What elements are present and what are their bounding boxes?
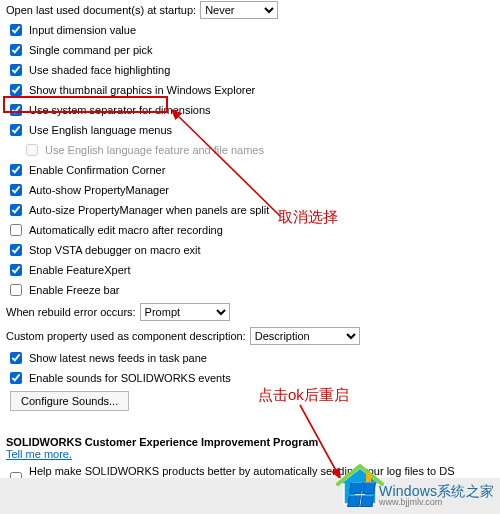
confirm-corner-label: Enable Confirmation Corner [29, 163, 165, 177]
config-sounds-row: Configure Sounds... [0, 388, 500, 412]
single-command-checkbox[interactable] [10, 44, 22, 56]
shaded-face-label: Use shaded face highlighting [29, 63, 170, 77]
auto-macro-checkbox[interactable] [10, 224, 22, 236]
option-shaded-face: Use shaded face highlighting [0, 60, 500, 80]
option-single-command: Single command per pick [0, 40, 500, 60]
stop-vsta-label: Stop VSTA debugger on macro exit [29, 243, 201, 257]
open-last-label: Open last used document(s) at startup: [6, 3, 196, 17]
shaded-face-checkbox[interactable] [10, 64, 22, 76]
rebuild-select[interactable]: Prompt [140, 303, 230, 321]
auto-macro-label: Automatically edit macro after recording [29, 223, 223, 237]
freeze-bar-label: Enable Freeze bar [29, 283, 120, 297]
open-last-row: Open last used document(s) at startup: N… [0, 0, 500, 20]
input-dimension-checkbox[interactable] [10, 24, 22, 36]
custom-prop-label: Custom property used as component descri… [6, 329, 246, 343]
option-input-dimension: Input dimension value [0, 20, 500, 40]
bottom-band [0, 478, 500, 514]
option-auto-pm: Auto-show PropertyManager [0, 180, 500, 200]
option-news: Show latest news feeds in task pane [0, 348, 500, 368]
option-english-files: Use English language feature and file na… [0, 140, 500, 160]
autosize-pm-checkbox[interactable] [10, 204, 22, 216]
input-dimension-label: Input dimension value [29, 23, 136, 37]
option-autosize-pm: Auto-size PropertyManager when panels ar… [0, 200, 500, 220]
confirm-corner-checkbox[interactable] [10, 164, 22, 176]
english-files-checkbox [26, 144, 38, 156]
thumbnail-checkbox[interactable] [10, 84, 22, 96]
svg-rect-3 [366, 473, 371, 482]
thumbnail-label: Show thumbnail graphics in Windows Explo… [29, 83, 255, 97]
featurexpert-checkbox[interactable] [10, 264, 22, 276]
custom-prop-select[interactable]: Description [250, 327, 360, 345]
sys-sep-checkbox[interactable] [10, 104, 22, 116]
option-sys-sep: Use system separator for dimensions [0, 100, 500, 120]
auto-pm-checkbox[interactable] [10, 184, 22, 196]
english-files-label: Use English language feature and file na… [45, 143, 264, 157]
sounds-checkbox[interactable] [10, 372, 22, 384]
auto-pm-label: Auto-show PropertyManager [29, 183, 169, 197]
english-menus-checkbox[interactable] [10, 124, 22, 136]
option-sounds: Enable sounds for SOLIDWORKS events [0, 368, 500, 388]
stop-vsta-checkbox[interactable] [10, 244, 22, 256]
ceip-title: SOLIDWORKS Customer Experience Improveme… [0, 430, 500, 448]
house-icon [336, 464, 384, 508]
option-freeze-bar: Enable Freeze bar [0, 280, 500, 300]
configure-sounds-button[interactable]: Configure Sounds... [10, 391, 129, 411]
option-confirm-corner: Enable Confirmation Corner [0, 160, 500, 180]
sounds-label: Enable sounds for SOLIDWORKS events [29, 371, 231, 385]
option-featurexpert: Enable FeatureXpert [0, 260, 500, 280]
featurexpert-label: Enable FeatureXpert [29, 263, 131, 277]
option-english-menus: Use English language menus [0, 120, 500, 140]
rebuild-label: When rebuild error occurs: [6, 305, 136, 319]
freeze-bar-checkbox[interactable] [10, 284, 22, 296]
autosize-pm-label: Auto-size PropertyManager when panels ar… [29, 203, 269, 217]
svg-marker-2 [340, 468, 380, 504]
option-auto-macro: Automatically edit macro after recording [0, 220, 500, 240]
news-checkbox[interactable] [10, 352, 22, 364]
news-label: Show latest news feeds in task pane [29, 351, 207, 365]
custom-prop-row: Custom property used as component descri… [0, 326, 500, 346]
option-thumbnail: Show thumbnail graphics in Windows Explo… [0, 80, 500, 100]
single-command-label: Single command per pick [29, 43, 153, 57]
english-menus-label: Use English language menus [29, 123, 172, 137]
option-stop-vsta: Stop VSTA debugger on macro exit [0, 240, 500, 260]
tell-me-more-link[interactable]: Tell me more. [0, 448, 500, 460]
open-last-select[interactable]: Never [200, 1, 278, 19]
sys-sep-label: Use system separator for dimensions [29, 103, 211, 117]
rebuild-row: When rebuild error occurs: Prompt [0, 302, 500, 322]
